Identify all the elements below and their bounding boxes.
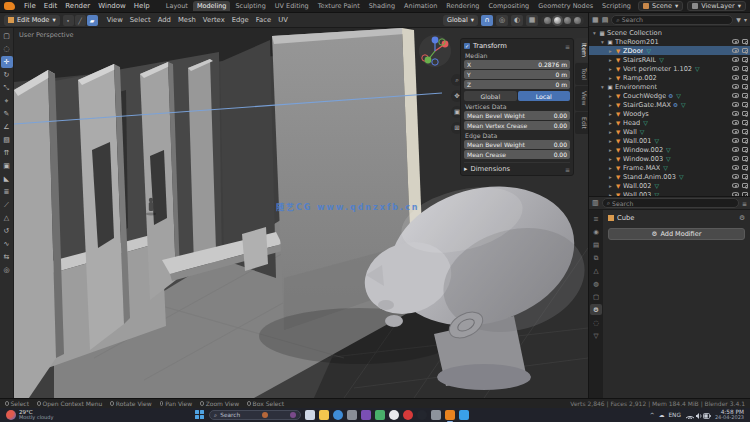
disable-render-icon[interactable] <box>742 165 748 170</box>
outliner-row[interactable]: ▸▼Woodys <box>589 109 750 118</box>
disclosure-arrow[interactable]: ▾ <box>591 30 598 36</box>
outliner-row[interactable]: ▸▼CouchWedge⚙▽ <box>589 91 750 100</box>
move-tool[interactable]: ✛ <box>1 56 13 68</box>
outliner-row[interactable]: ▾▦Scene Collection <box>589 28 750 37</box>
global-button[interactable]: Global <box>464 91 517 101</box>
data-field[interactable]: Mean Vertex Crease0.00 <box>464 121 570 130</box>
outliner-row[interactable]: ▸▼StairsRAIL▽ <box>589 55 750 64</box>
viewport-menu-face[interactable]: Face <box>253 16 274 24</box>
outliner-row[interactable]: ▸▼Stand.Anim.003▽ <box>589 172 750 181</box>
workspace-tab-layout[interactable]: Layout <box>162 1 192 11</box>
menu-render[interactable]: Render <box>61 2 94 10</box>
spin-tool[interactable]: ↺ <box>1 225 13 237</box>
data-field[interactable]: Mean Bevel Weight0.00 <box>464 140 570 149</box>
onedrive-icon[interactable] <box>459 410 469 420</box>
chevron-down-icon[interactable]: ▾ <box>744 16 747 23</box>
cursor-tool[interactable]: ◌ <box>1 43 13 55</box>
knife-tool[interactable]: ⟋ <box>1 199 13 211</box>
select-box-tool[interactable]: ▢ <box>1 30 13 42</box>
physics-tab[interactable]: ◌ <box>590 317 602 328</box>
disable-render-icon[interactable] <box>742 39 748 44</box>
disable-render-icon[interactable] <box>742 57 748 62</box>
properties-editor-icon[interactable]: ▥ <box>592 199 599 207</box>
hide-viewport-icon[interactable] <box>732 48 739 53</box>
disclosure-arrow[interactable]: ▸ <box>607 129 614 135</box>
blender-logo-icon[interactable] <box>4 2 15 10</box>
menu-file[interactable]: File <box>20 2 40 10</box>
disable-render-icon[interactable] <box>742 66 748 71</box>
disclosure-arrow[interactable]: ▸ <box>607 165 614 171</box>
disclosure-arrow[interactable]: ▸ <box>607 174 614 180</box>
workspace-tab-scripting[interactable]: Scripting <box>598 1 635 11</box>
disclosure-arrow[interactable]: ▸ <box>607 120 614 126</box>
object-data-tab[interactable]: ▽ <box>590 330 602 341</box>
scene-selector[interactable]: Scene▾ <box>638 1 683 11</box>
disable-render-icon[interactable] <box>742 174 748 179</box>
modifiers-tab[interactable]: ⚙ <box>590 304 602 315</box>
local-button[interactable]: Local <box>518 91 571 101</box>
disclosure-arrow[interactable]: ▸ <box>607 183 614 189</box>
dimensions-panel-header[interactable]: ▸ Dimensions ≡ <box>464 162 570 173</box>
hide-viewport-icon[interactable] <box>732 183 739 188</box>
edge-slide-tool[interactable]: ⇆ <box>1 251 13 263</box>
panel-menu-icon[interactable]: ≡ <box>565 166 570 173</box>
viewport-menu-edge[interactable]: Edge <box>229 16 252 24</box>
file-explorer-icon[interactable] <box>319 410 329 420</box>
hide-viewport-icon[interactable] <box>732 165 739 170</box>
taskbar-search-input[interactable]: ⌕ Search <box>209 410 301 420</box>
view-layer-selector[interactable]: ViewLayer▾ <box>687 1 746 11</box>
disable-render-icon[interactable] <box>742 111 748 116</box>
disable-render-icon[interactable] <box>742 102 748 107</box>
disable-render-icon[interactable] <box>742 147 748 152</box>
options-icon[interactable]: ≡ <box>742 200 747 207</box>
view-layer-tab[interactable]: ⧉ <box>590 252 602 263</box>
workspace-tab-shading[interactable]: Shading <box>365 1 399 11</box>
world-tab[interactable]: ◍ <box>590 278 602 289</box>
vertex-select-icon[interactable]: • <box>63 15 74 26</box>
hide-viewport-icon[interactable] <box>732 174 739 179</box>
edge-select-icon[interactable]: ╱ <box>75 15 86 26</box>
inset-faces-tool[interactable]: ▣ <box>1 160 13 172</box>
rotate-tool[interactable]: ↻ <box>1 69 13 81</box>
viewport-menu-uv[interactable]: UV <box>275 16 291 24</box>
median-y-field[interactable]: Y0 m <box>464 70 570 79</box>
rendered-shading-icon[interactable] <box>574 17 581 24</box>
photos-icon[interactable] <box>375 410 385 420</box>
transform-panel-header[interactable]: ✓ Transform ≡ <box>464 42 570 50</box>
disable-render-icon[interactable] <box>742 93 748 98</box>
mode-selector[interactable]: Edit Mode▾ <box>4 15 60 26</box>
outliner-row[interactable]: ▸▼Head▽ <box>589 118 750 127</box>
edge-browser-icon[interactable] <box>333 410 343 420</box>
disclosure-arrow[interactable]: ▸ <box>607 66 614 72</box>
disclosure-arrow[interactable]: ▸ <box>607 102 614 108</box>
hide-viewport-icon[interactable] <box>732 57 739 62</box>
hide-viewport-icon[interactable] <box>732 102 739 107</box>
scale-tool[interactable]: ⤡ <box>1 82 13 94</box>
outliner-editor-icon[interactable]: ▦ <box>592 16 599 24</box>
poly-build-tool[interactable]: △ <box>1 212 13 224</box>
disclosure-arrow[interactable]: ▾ <box>599 39 606 45</box>
disclosure-arrow[interactable]: ▾ <box>599 84 606 90</box>
disable-render-icon[interactable] <box>742 75 748 80</box>
hidden-icons-caret[interactable]: ^ <box>650 412 655 418</box>
outliner-row[interactable]: ▸▼Window.002▽ <box>589 145 750 154</box>
outliner-row[interactable]: ▸▼Frame.MAX▽ <box>589 163 750 172</box>
bevel-tool[interactable]: ◣ <box>1 173 13 185</box>
shrink-fatten-tool[interactable]: ◎ <box>1 264 13 276</box>
material-shading-icon[interactable] <box>564 17 571 24</box>
proportional-editing-icon[interactable]: ◎ <box>496 15 508 26</box>
hide-viewport-icon[interactable] <box>732 120 739 125</box>
outliner-row[interactable]: ▾▣TheRoom201 <box>589 37 750 46</box>
hide-viewport-icon[interactable] <box>732 75 739 80</box>
hide-viewport-icon[interactable] <box>732 111 739 116</box>
annotate-tool[interactable]: ✎ <box>1 108 13 120</box>
menu-edit[interactable]: Edit <box>40 2 62 10</box>
display-mode-icon[interactable]: ▤ <box>602 16 609 24</box>
workspace-tab-uv-editing[interactable]: UV Editing <box>271 1 313 11</box>
disable-render-icon[interactable] <box>742 183 748 188</box>
network-volume-battery-icons[interactable] <box>685 411 711 420</box>
disclosure-arrow[interactable]: ▸ <box>607 138 614 144</box>
viewport-menu-vertex[interactable]: Vertex <box>200 16 228 24</box>
workspace-tab-texture-paint[interactable]: Texture Paint <box>314 1 364 11</box>
magnet-snap-icon[interactable]: ∩ <box>481 15 493 26</box>
